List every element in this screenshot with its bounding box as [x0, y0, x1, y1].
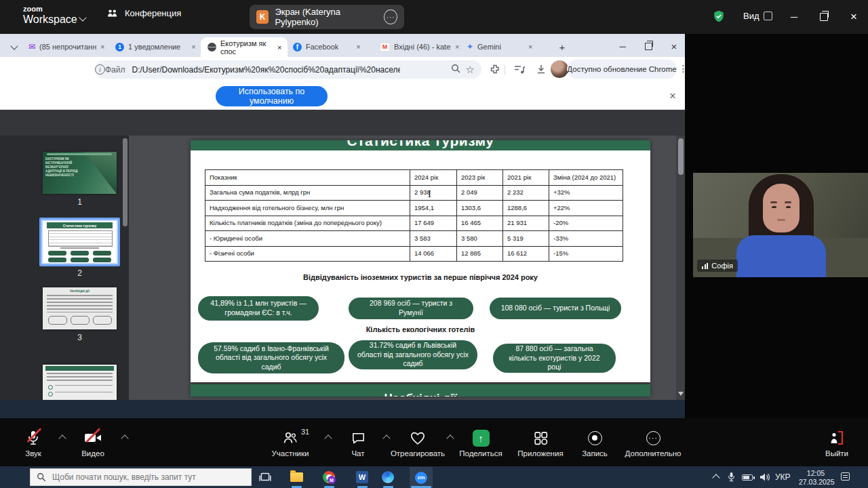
zoom-logo-text: zoom: [23, 5, 77, 13]
view-button[interactable]: Вид: [743, 11, 772, 21]
tab-close-icon[interactable]: ×: [455, 43, 459, 51]
share-screen-button[interactable]: ↑ Поделиться: [456, 428, 506, 458]
taskbar-chrome-icon[interactable]: M: [323, 471, 335, 483]
language-label[interactable]: УКР: [775, 472, 791, 482]
record-label: Запись: [582, 449, 608, 458]
tab-gmail-inbox[interactable]: M Вхідні (46) - katery ×: [380, 39, 461, 55]
react-button[interactable]: Отреагировать: [387, 428, 449, 458]
browser-menu-icon[interactable]: ⋮: [679, 63, 688, 74]
thumbnail-page-2-selected[interactable]: Статистика туризму: [39, 218, 120, 266]
taskbar-search-input[interactable]: [30, 468, 252, 486]
apps-button[interactable]: Приложения: [513, 428, 568, 458]
audio-options-chevron-icon[interactable]: [60, 436, 65, 441]
screen-share-tab[interactable]: K Экран (Kateryna Pylypenko) ···: [250, 5, 404, 29]
tab-close-icon[interactable]: ×: [528, 43, 532, 51]
td: 14 066: [410, 247, 457, 262]
tray-speaker-icon[interactable]: [760, 472, 770, 485]
tab-mail-unread[interactable]: ✉ (85 непрочитанн ×: [28, 39, 111, 55]
tab-notification[interactable]: 1 1 уведомление ×: [115, 39, 197, 55]
text-cursor: I: [428, 189, 431, 200]
tab-close-icon[interactable]: ×: [191, 43, 195, 51]
media-controls-icon[interactable]: [514, 64, 526, 77]
taskbar-folder-icon[interactable]: [290, 472, 303, 482]
tab-search-chevron-icon[interactable]: [7, 39, 22, 53]
presenter-avatar: K: [256, 10, 269, 24]
tab-ecotourism-active[interactable]: Екотуризм як спос ×: [201, 37, 288, 57]
td: - Фізичні особи: [205, 247, 410, 262]
more-button[interactable]: ··· Дополнительно: [620, 428, 686, 458]
record-button[interactable]: Запись: [574, 428, 615, 458]
downloads-icon[interactable]: [536, 64, 547, 77]
tab-facebook[interactable]: f Facebook ×: [293, 39, 374, 55]
screen-share-more-icon[interactable]: ···: [384, 9, 397, 24]
thumbnail-page-3[interactable]: Необхідні дії: [43, 287, 117, 329]
tray-battery-icon[interactable]: [742, 474, 753, 481]
tab-close-icon[interactable]: ×: [277, 43, 281, 52]
chat-button[interactable]: Чат: [338, 428, 378, 458]
extensions-icon[interactable]: [490, 64, 500, 77]
view-layout-icon: [764, 12, 772, 20]
thumbnail-page-4-partial[interactable]: [43, 365, 117, 400]
webcam-video[interactable]: Софія: [693, 173, 868, 277]
taskbar-edge-icon[interactable]: [382, 471, 394, 483]
td: Загальна сума податків, млрд грн: [205, 186, 410, 201]
taskbar-zoom-active[interactable]: zm: [410, 467, 433, 488]
participants-chevron-icon[interactable]: [326, 436, 331, 441]
profile-avatar[interactable]: [551, 60, 568, 78]
tab-close-icon[interactable]: ×: [100, 43, 104, 51]
thumb3-number: 3: [43, 333, 117, 342]
security-shield-icon[interactable]: [712, 9, 726, 26]
conference-tab[interactable]: Конференция: [107, 8, 181, 18]
react-chevron-icon[interactable]: [448, 436, 453, 441]
tray-mic-icon[interactable]: [727, 471, 736, 485]
th: Показник: [205, 170, 410, 186]
tab-gemini[interactable]: ✦ Gemini ×: [467, 39, 548, 55]
taskbar-clock[interactable]: 12:05 27.03.2025: [799, 469, 833, 487]
browser-restore-button[interactable]: [637, 38, 659, 54]
thumb2-mini-table: [48, 230, 113, 247]
url-scheme-label: Файл: [105, 65, 125, 75]
browser-minimize-button[interactable]: ─: [612, 38, 633, 54]
participants-button[interactable]: 31 Участники: [264, 428, 316, 458]
workspace-chevron-icon[interactable]: [80, 15, 85, 20]
video-options-chevron-icon[interactable]: [122, 436, 127, 441]
notice-close-icon[interactable]: ×: [663, 87, 682, 106]
taskbar-word-icon[interactable]: W: [356, 471, 368, 483]
page-info-icon[interactable]: i: [95, 64, 105, 75]
new-tab-button[interactable]: +: [555, 39, 570, 54]
thumb3-title: Необхідні дії: [45, 289, 114, 293]
thumbnail-page-1[interactable]: ЕКОТУРИЗМ ЯК ІНСТРУМЕНТАРІЙ БЕЗБАР'ЄРНОЇ…: [43, 152, 117, 194]
pdf-scrollbar[interactable]: [676, 136, 685, 400]
webcam-nameplate: Софія: [697, 260, 738, 272]
scroll-down-arrow-icon[interactable]: [678, 392, 684, 396]
leave-button[interactable]: Выйти: [816, 428, 857, 458]
audio-button[interactable]: Звук: [12, 428, 54, 458]
td: 1954,1: [410, 201, 457, 216]
chrome-update-chip[interactable]: Доступно обновление Chrome: [567, 60, 677, 79]
pdf-globe-icon: [208, 43, 216, 52]
chrome-update-label: Доступно обновление Chrome: [567, 65, 676, 73]
tray-chevron-icon[interactable]: [713, 475, 719, 481]
video-button[interactable]: Видео: [72, 428, 114, 458]
zoom-page-icon[interactable]: [451, 64, 460, 75]
action-center-icon[interactable]: [841, 472, 850, 481]
pdf-thumbnail-sidebar: ЕКОТУРИЗМ ЯК ІНСТРУМЕНТАРІЙ БЕЗБАР'ЄРНОЇ…: [0, 136, 129, 400]
shared-taskbar: W P zm Result УКР 12:05 27.03.2025: [0, 400, 685, 418]
signal-bars-icon: [702, 263, 708, 269]
sidebar-scrollbar[interactable]: [123, 138, 127, 226]
taskview-icon[interactable]: [259, 471, 271, 485]
window-restore-button[interactable]: [814, 7, 834, 27]
window-close-button[interactable]: ×: [844, 7, 864, 27]
tab-close-icon[interactable]: ×: [356, 43, 360, 51]
thumb1-art: [84, 152, 117, 194]
thumb1-number: 1: [43, 197, 117, 207]
bookmark-star-icon[interactable]: ☆: [466, 64, 475, 76]
window-minimize-button[interactable]: ─: [784, 7, 804, 27]
participants-count-badge: 31: [301, 428, 309, 436]
browser-close-button[interactable]: ×: [663, 38, 685, 54]
next-slide-title-band: Необхідні дії: [191, 384, 650, 396]
set-default-browser-button[interactable]: Использовать по умолчанию: [216, 86, 328, 106]
pdf-scrollbar-thumb[interactable]: [678, 138, 684, 175]
address-bar[interactable]: i Файл D:/User/Downloads/Екотуризм%20як%…: [95, 60, 481, 79]
td: 3 580: [457, 231, 503, 246]
